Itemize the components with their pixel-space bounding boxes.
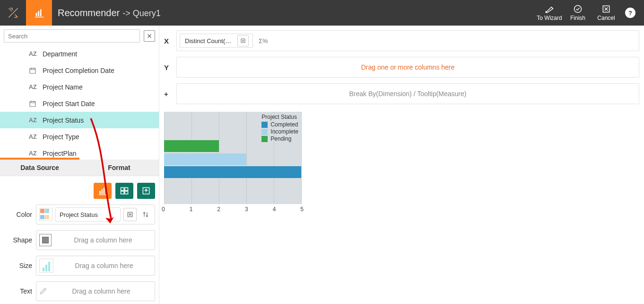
y-axis-label: Y bbox=[164, 63, 172, 72]
field-item[interactable]: Project Completion Date bbox=[0, 62, 159, 79]
svg-rect-12 bbox=[121, 191, 124, 194]
viz-type-export-button[interactable] bbox=[137, 183, 155, 199]
field-item[interactable]: AZProject Name bbox=[0, 79, 159, 95]
search-input[interactable] bbox=[4, 29, 140, 43]
field-item[interactable]: AZProject Status bbox=[0, 112, 159, 128]
text-type-icon: AZ bbox=[27, 50, 38, 57]
plus-axis-label: + bbox=[164, 90, 172, 98]
color-chip[interactable]: Project Status bbox=[55, 207, 121, 222]
x-axis-well[interactable]: Distinct Count(Projec... Σ% bbox=[176, 30, 639, 51]
chart-bar bbox=[164, 166, 301, 178]
y-axis-well[interactable]: Drag one or more columns here bbox=[176, 57, 639, 78]
svg-rect-8 bbox=[102, 189, 103, 194]
date-type-icon bbox=[27, 100, 38, 107]
svg-rect-0 bbox=[35, 13, 37, 16]
text-type-icon: AZ bbox=[27, 116, 38, 124]
size-well[interactable]: Drag a column here bbox=[36, 256, 155, 276]
x-axis-token[interactable]: Distinct Count(Projec... bbox=[180, 34, 253, 48]
chart-bar bbox=[164, 153, 246, 165]
chart-mode-icon[interactable] bbox=[26, 0, 52, 26]
tab-format[interactable]: Format bbox=[79, 160, 159, 176]
svg-rect-2 bbox=[40, 9, 41, 17]
pencil-icon bbox=[39, 286, 48, 296]
sidebar: AZDepartmentProject Completion DateAZPro… bbox=[0, 26, 159, 304]
svg-rect-11 bbox=[125, 188, 128, 190]
chart-preview: Project StatusCompletedIncompletePending… bbox=[164, 112, 308, 213]
color-fx-button[interactable] bbox=[123, 208, 137, 221]
size-label: Size bbox=[4, 262, 32, 269]
text-well[interactable]: Drag a column here bbox=[36, 281, 155, 301]
svg-rect-9 bbox=[104, 188, 105, 194]
field-item[interactable]: AZDepartment bbox=[0, 45, 159, 62]
page-title: Recommender -> Query1 bbox=[58, 8, 161, 18]
field-item[interactable]: AZProject Type bbox=[0, 128, 159, 145]
svg-rect-7 bbox=[99, 191, 101, 194]
x-axis-label: X bbox=[164, 37, 172, 45]
tab-data-source[interactable]: Data Source bbox=[0, 160, 79, 176]
color-well[interactable]: Project Status bbox=[36, 205, 155, 224]
clear-search-icon[interactable] bbox=[144, 30, 155, 42]
svg-point-3 bbox=[574, 6, 582, 13]
text-type-icon: AZ bbox=[27, 150, 38, 157]
text-type-icon: AZ bbox=[27, 133, 38, 140]
app-header: Recommender -> Query1 To Wizard Finish C… bbox=[0, 0, 644, 26]
shape-swatch-icon bbox=[39, 234, 52, 246]
chart-bar bbox=[164, 140, 219, 152]
text-type-icon: AZ bbox=[27, 83, 38, 90]
finish-button[interactable]: Finish bbox=[564, 4, 592, 21]
svg-rect-1 bbox=[38, 11, 39, 16]
sigma-icon[interactable]: Σ% bbox=[259, 37, 268, 45]
main-canvas: X Distinct Count(Projec... Σ% Y Drag on bbox=[159, 26, 644, 304]
size-swatch-icon bbox=[39, 259, 53, 273]
date-type-icon bbox=[27, 67, 38, 74]
shape-well[interactable]: Drag a column here bbox=[36, 230, 155, 250]
color-sort-button[interactable] bbox=[139, 208, 152, 221]
chart-legend: Project StatusCompletedIncompletePending bbox=[261, 114, 298, 143]
field-item[interactable]: Project Start Date bbox=[0, 95, 159, 112]
app-logo-icon bbox=[0, 0, 26, 26]
token-fx-button[interactable] bbox=[237, 35, 249, 46]
field-item[interactable]: AZProjectPlan bbox=[0, 145, 159, 158]
color-swatch-icon bbox=[39, 208, 52, 221]
svg-rect-6 bbox=[30, 101, 35, 107]
cancel-button[interactable]: Cancel bbox=[592, 4, 620, 21]
title-main: Recommender bbox=[58, 8, 120, 18]
svg-rect-5 bbox=[30, 68, 35, 73]
help-icon[interactable]: ? bbox=[625, 8, 635, 18]
svg-rect-10 bbox=[121, 188, 124, 190]
to-wizard-button[interactable]: To Wizard bbox=[535, 4, 564, 21]
viz-type-split-button[interactable] bbox=[115, 183, 133, 199]
breakby-well[interactable]: Break By(Dimension) / Tooltip(Measure) bbox=[176, 83, 639, 104]
color-label: Color bbox=[4, 211, 32, 218]
viz-type-bar-button[interactable] bbox=[94, 183, 112, 199]
field-list[interactable]: AZDepartmentProject Completion DateAZPro… bbox=[0, 45, 159, 158]
tab-indicator bbox=[0, 158, 159, 160]
shape-label: Shape bbox=[4, 236, 32, 244]
text-label: Text bbox=[4, 287, 32, 295]
title-sub: -> Query1 bbox=[122, 9, 161, 18]
svg-rect-13 bbox=[125, 191, 128, 194]
